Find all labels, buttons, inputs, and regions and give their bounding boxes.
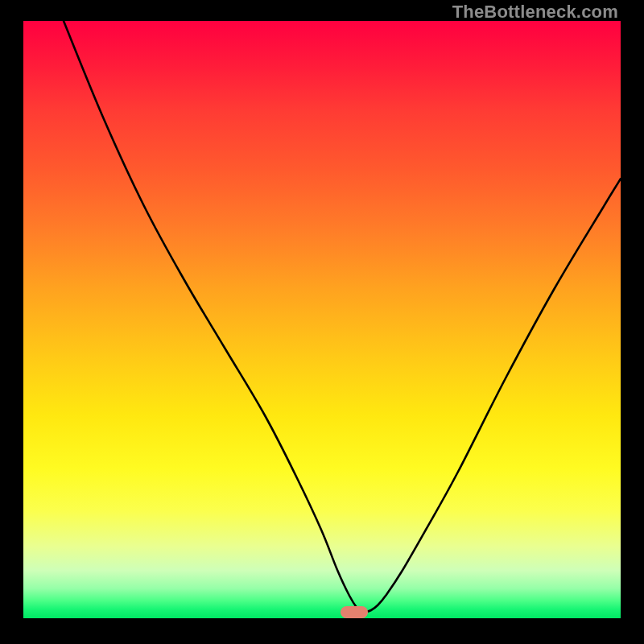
chart-frame: TheBottleneck.com [0, 0, 644, 644]
bottleneck-curve [23, 21, 621, 618]
optimal-marker [341, 606, 368, 618]
plot-area [23, 21, 621, 618]
curve-path [64, 21, 621, 612]
watermark-text: TheBottleneck.com [452, 2, 618, 23]
